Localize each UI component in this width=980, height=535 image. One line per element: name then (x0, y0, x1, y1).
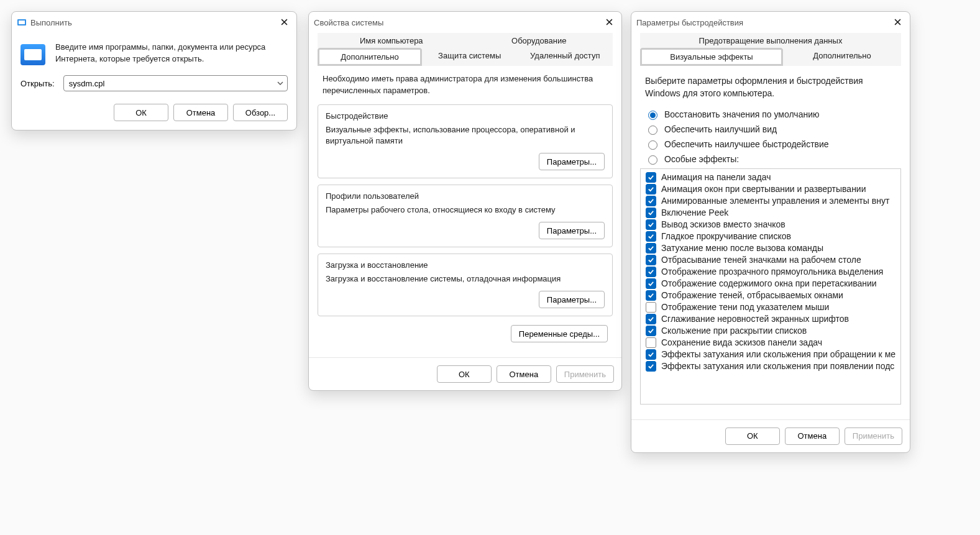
effect-row[interactable]: Затухание меню после вызова команды (641, 242, 900, 254)
effect-label: Скольжение при раскрытии списков (661, 326, 807, 336)
radio-group: Восстановить значения по умолчанию Обесп… (640, 109, 901, 165)
close-icon[interactable] (602, 17, 616, 27)
effect-row[interactable]: Эффекты затухания или скольжения при обр… (641, 349, 900, 360)
tab-hardware[interactable]: Оборудование (465, 33, 613, 48)
perf-dialog-buttons: ОК Отмена Применить (631, 419, 910, 452)
checkbox[interactable] (646, 302, 656, 313)
sys-titlebar: Свойства системы (309, 12, 621, 33)
tab-remote[interactable]: Удаленный доступ (518, 48, 613, 66)
checkbox[interactable] (646, 267, 656, 277)
effect-row[interactable]: Сохранение вида эскизов панели задач (641, 337, 900, 349)
checkbox[interactable] (646, 184, 656, 194)
radio-best-look[interactable]: Обеспечить наилучший вид (645, 124, 896, 135)
run-title: Выполнить (30, 18, 277, 27)
profiles-settings-button[interactable]: Параметры... (539, 222, 605, 239)
checkbox[interactable] (646, 314, 656, 324)
effect-row[interactable]: Анимация окон при свертывании и разверты… (641, 183, 900, 195)
radio-default[interactable]: Восстановить значения по умолчанию (645, 109, 896, 120)
effect-row[interactable]: Отбрасывание теней значками на рабочем с… (641, 254, 900, 266)
effect-label: Отображение содержимого окна при перетас… (661, 278, 877, 288)
effects-checklist[interactable]: Анимация на панели задачАнимация окон пр… (640, 168, 901, 405)
effect-label: Сохранение вида эскизов панели задач (661, 337, 822, 347)
cancel-button[interactable]: Отмена (173, 104, 228, 121)
radio-custom-input[interactable] (648, 155, 657, 165)
effect-row[interactable]: Анимированные элементы управления и элем… (641, 195, 900, 207)
effect-row[interactable]: Отображение прозрачного прямоугольника в… (641, 266, 900, 278)
effect-label: Затухание меню после вызова команды (661, 243, 823, 253)
checkbox[interactable] (646, 337, 656, 348)
perf-titlebar: Параметры быстродействия (631, 12, 910, 33)
profiles-group-desc: Параметры рабочего стола, относящиеся ко… (326, 204, 605, 216)
checkbox[interactable] (646, 231, 656, 242)
effect-row[interactable]: Скольжение при раскрытии списков (641, 325, 900, 337)
effect-row[interactable]: Отображение теней, отбрасываемых окнами (641, 290, 900, 301)
checkbox[interactable] (646, 361, 656, 372)
open-label: Открыть: (21, 79, 55, 88)
tab-visual-effects[interactable]: Визуальные эффекты (640, 48, 783, 66)
tab-system-protection[interactable]: Защита системы (422, 48, 518, 66)
effect-row[interactable]: Вывод эскизов вместо значков (641, 219, 900, 231)
checkbox[interactable] (646, 219, 656, 230)
performance-group: Быстродействие Визуальные эффекты, испол… (318, 104, 613, 178)
env-vars-button[interactable]: Переменные среды... (511, 325, 608, 342)
effect-label: Анимация окон при свертывании и разверты… (661, 184, 866, 194)
sys-title: Свойства системы (314, 18, 602, 27)
browse-button[interactable]: Обзор... (233, 104, 288, 121)
performance-options-dialog: Параметры быстродействия Предотвращение … (631, 11, 910, 453)
run-icon (17, 17, 27, 27)
run-dialog: Выполнить Введите имя программы, папки, … (11, 11, 297, 130)
radio-best-look-input[interactable] (648, 126, 657, 135)
apply-button[interactable]: Применить (845, 428, 902, 445)
run-button-row: ОК Отмена Обзор... (12, 98, 296, 130)
ok-button[interactable]: ОК (725, 428, 780, 445)
perf-tabs-row-2: Визуальные эффекты Дополнительно (640, 48, 901, 66)
radio-best-perf-input[interactable] (648, 140, 657, 150)
ok-button[interactable]: ОК (437, 365, 492, 383)
checkbox[interactable] (646, 349, 656, 360)
open-combobox[interactable] (63, 75, 288, 91)
effect-label: Отображение прозрачного прямоугольника в… (661, 267, 883, 277)
radio-custom[interactable]: Особые эффекты: (645, 153, 896, 165)
checkbox[interactable] (646, 196, 656, 206)
ok-button[interactable]: ОК (114, 104, 168, 121)
effect-row[interactable]: Отображение тени под указателем мыши (641, 301, 900, 313)
checkbox[interactable] (646, 278, 656, 289)
cancel-button[interactable]: Отмена (785, 428, 840, 445)
performance-settings-button[interactable]: Параметры... (539, 153, 605, 170)
effect-row[interactable]: Сглаживание неровностей экранных шрифтов (641, 313, 900, 325)
sys-dialog-buttons: ОК Отмена Применить (309, 357, 621, 390)
cancel-button[interactable]: Отмена (497, 365, 551, 383)
svg-rect-1 (19, 21, 25, 24)
effect-label: Отображение тени под указателем мыши (661, 302, 829, 312)
close-icon[interactable] (277, 17, 291, 27)
checkbox[interactable] (646, 243, 656, 254)
checkbox[interactable] (646, 255, 656, 265)
open-input[interactable] (68, 78, 277, 89)
effect-row[interactable]: Включение Peek (641, 207, 900, 219)
radio-custom-label: Особые эффекты: (664, 154, 739, 164)
effect-row[interactable]: Гладкое прокручивание списков (641, 231, 900, 242)
radio-default-input[interactable] (648, 111, 657, 120)
checkbox[interactable] (646, 172, 656, 183)
effect-row[interactable]: Отображение содержимого окна при перетас… (641, 278, 900, 290)
checkbox[interactable] (646, 326, 656, 336)
radio-default-label: Восстановить значения по умолчанию (664, 109, 819, 119)
effect-label: Вывод эскизов вместо значков (661, 219, 785, 229)
checkbox[interactable] (646, 290, 656, 301)
checkbox[interactable] (646, 208, 656, 218)
close-icon[interactable] (890, 17, 905, 27)
effect-row[interactable]: Анимация на панели задач (641, 171, 900, 183)
tab-advanced[interactable]: Дополнительно (783, 48, 901, 66)
tab-dep[interactable]: Предотвращение выполнения данных (640, 33, 901, 48)
effect-row[interactable]: Эффекты затухания или скольжения при поя… (641, 360, 900, 372)
tab-advanced[interactable]: Дополнительно (318, 48, 422, 66)
run-body: Введите имя программы, папки, документа … (12, 33, 296, 70)
chevron-down-icon[interactable] (277, 78, 283, 89)
radio-best-perf[interactable]: Обеспечить наилучшее быстродействие (645, 139, 896, 150)
tab-computer-name[interactable]: Имя компьютера (318, 33, 465, 48)
apply-button[interactable]: Применить (556, 365, 614, 383)
effect-label: Эффекты затухания или скольжения при поя… (661, 361, 894, 371)
effect-label: Анимированные элементы управления и элем… (661, 196, 889, 206)
effect-label: Включение Peek (661, 208, 728, 217)
startup-settings-button[interactable]: Параметры... (539, 291, 605, 308)
